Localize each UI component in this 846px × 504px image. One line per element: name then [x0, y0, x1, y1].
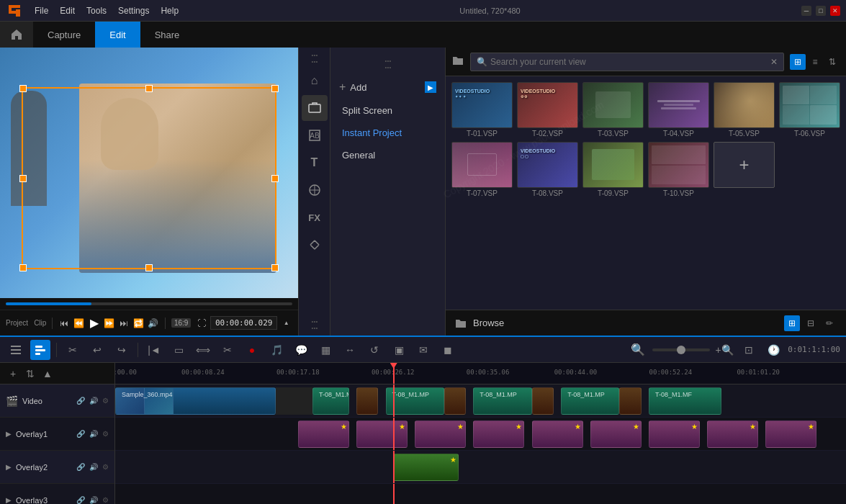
- tl-stop-motion-button[interactable]: ◼: [438, 340, 458, 360]
- minimize-button[interactable]: ─: [801, 6, 811, 16]
- template-item-t01[interactable]: VIDEOSTUDIO✦ ✦ ✦ T-01.VSP: [451, 82, 513, 138]
- tl-ripple-button[interactable]: ↺: [364, 340, 384, 360]
- overlay1-clip-7[interactable]: ★: [649, 420, 700, 448]
- menu-file[interactable]: File: [29, 3, 54, 19]
- tl-tracks-button[interactable]: [6, 340, 26, 360]
- overlay1-clip-8[interactable]: ★: [707, 420, 758, 448]
- menu-split-screen[interactable]: Split Screen: [330, 99, 445, 122]
- tool-home[interactable]: ⌂: [302, 68, 328, 94]
- add-template-button[interactable]: +: [714, 142, 775, 188]
- search-input[interactable]: [490, 57, 770, 67]
- menu-tools[interactable]: Tools: [81, 3, 112, 19]
- overlay1-clip-4[interactable]: ★: [473, 420, 524, 448]
- frame-handle-bm[interactable]: [145, 264, 153, 271]
- list-view-button[interactable]: ≡: [807, 54, 823, 70]
- overlay3-volume-icon[interactable]: 🔊: [89, 496, 98, 504]
- frame-handle-tl[interactable]: [19, 85, 27, 92]
- volume-button[interactable]: 🔊: [148, 315, 160, 331]
- zoom-track[interactable]: [652, 348, 710, 351]
- template-item-t05[interactable]: T-05.VSP: [714, 82, 775, 138]
- template-item-t09[interactable]: T-09.VSP: [582, 142, 644, 197]
- overlay3-lock-icon[interactable]: ⚙: [102, 496, 109, 504]
- menu-general[interactable]: General: [330, 144, 445, 166]
- frame-handle-tm[interactable]: [145, 85, 153, 92]
- frame-handle-tr[interactable]: [271, 85, 279, 92]
- browse-grid-button[interactable]: ⊞: [784, 315, 800, 331]
- timecode-up-button[interactable]: ▲: [280, 315, 292, 331]
- search-input-wrap[interactable]: 🔍 ✕: [470, 53, 784, 71]
- menu-help[interactable]: Help: [155, 3, 184, 19]
- tl-subtitle-button[interactable]: 💬: [291, 340, 311, 360]
- video-link-icon[interactable]: 🔗: [76, 397, 85, 405]
- clip-orange-3[interactable]: [532, 387, 554, 415]
- home-tab[interactable]: [0, 22, 33, 48]
- loop-button[interactable]: 🔁: [132, 315, 145, 331]
- tl-zoom-out-button[interactable]: 🔍: [628, 340, 648, 360]
- tool-effects[interactable]: [302, 177, 328, 203]
- tl-split-button[interactable]: ✂: [63, 340, 83, 360]
- template-item-t03[interactable]: T-03.VSP: [582, 82, 644, 138]
- clip-orange-2[interactable]: [444, 387, 466, 415]
- overlay3-link-icon[interactable]: 🔗: [76, 496, 85, 504]
- browse-list-button[interactable]: ⊟: [803, 315, 819, 331]
- prev-frame-button[interactable]: ⏪: [73, 315, 86, 331]
- template-add-new[interactable]: +: [714, 142, 775, 197]
- menu-edit[interactable]: Edit: [54, 3, 81, 19]
- template-item-t07[interactable]: T-07.VSP: [451, 142, 513, 197]
- frame-handle-mr[interactable]: [271, 175, 279, 182]
- clip-t08-5[interactable]: T-08_M1.MF: [649, 387, 722, 415]
- overlay1-clip-3[interactable]: ★: [415, 420, 466, 448]
- tl-sort-tracks-button[interactable]: ⇅: [23, 366, 37, 381]
- template-item-t02[interactable]: VIDEOSTUDIO⚙ ⚙ T-02.VSP: [517, 82, 578, 138]
- tl-clip-button[interactable]: ▭: [168, 340, 189, 360]
- tl-undo-button[interactable]: ↩: [87, 340, 107, 360]
- overlay2-link-icon[interactable]: 🔗: [76, 463, 85, 471]
- video-volume-icon[interactable]: 🔊: [89, 397, 98, 405]
- template-item-t08[interactable]: VIDEOSTUDIO▢ ▢ T-08.VSP: [517, 142, 578, 197]
- menu-instant-project[interactable]: Instant Project: [330, 122, 445, 144]
- tab-capture[interactable]: Capture: [33, 22, 95, 48]
- scrubber[interactable]: [0, 298, 298, 310]
- menu-settings[interactable]: Settings: [112, 3, 155, 19]
- tl-audio-button[interactable]: 🎵: [266, 340, 287, 360]
- clip-t08-4[interactable]: T-08_M1.MP: [561, 387, 619, 415]
- overlay1-clip-2[interactable]: ★: [356, 420, 408, 448]
- frame-handle-bl[interactable]: [19, 264, 27, 271]
- template-item-t04[interactable]: T-04.VSP: [648, 82, 709, 138]
- overlay1-clip-6[interactable]: ★: [590, 420, 642, 448]
- preview-canvas[interactable]: [0, 48, 298, 298]
- zoom-thumb[interactable]: [677, 346, 685, 354]
- tl-email-button[interactable]: ✉: [413, 340, 433, 360]
- overlay1-clip-1[interactable]: ★: [298, 420, 349, 448]
- overlay2-lock-icon[interactable]: ⚙: [102, 463, 109, 471]
- aspect-ratio-button[interactable]: 16:9: [171, 318, 191, 328]
- clip-orange-4[interactable]: [619, 387, 641, 415]
- fullscreen-button[interactable]: ⛶: [195, 315, 207, 331]
- overlay1-clip-9[interactable]: ★: [765, 420, 816, 448]
- next-frame-button[interactable]: ⏩: [103, 315, 115, 331]
- search-clear-button[interactable]: ✕: [770, 57, 778, 67]
- tl-stretch2-button[interactable]: ↔: [340, 340, 360, 360]
- template-item-t10[interactable]: T-10.VSP: [648, 142, 709, 197]
- tl-record-button[interactable]: ●: [242, 340, 262, 360]
- browse-edit-button[interactable]: ✏: [822, 315, 837, 331]
- overlay2-clip-1[interactable]: ★: [393, 454, 459, 481]
- clip-t08-2[interactable]: T-08_M1.MP: [386, 387, 444, 415]
- sort-button[interactable]: ⇅: [824, 54, 840, 70]
- tab-edit[interactable]: Edit: [95, 22, 140, 48]
- clip-sample360[interactable]: Sample_360.mp4: [115, 387, 276, 415]
- tl-redo-button[interactable]: ↪: [112, 340, 132, 360]
- folder-button[interactable]: [451, 54, 464, 70]
- clip-t08-1[interactable]: T-08_M1.MF: [312, 387, 349, 415]
- clip-orange-1[interactable]: [356, 387, 378, 415]
- overlay1-clip-5[interactable]: ★: [532, 420, 583, 448]
- tl-multicam-button[interactable]: ▦: [315, 340, 336, 360]
- tl-zoom-in-button[interactable]: +🔍: [714, 340, 734, 360]
- tl-clock-button[interactable]: 🕐: [763, 340, 783, 360]
- overlay1-volume-icon[interactable]: 🔊: [89, 430, 98, 438]
- add-button[interactable]: + Add ▶: [330, 75, 445, 99]
- overlay1-lock-icon[interactable]: ⚙: [102, 430, 109, 438]
- tl-nested-button[interactable]: ▣: [389, 340, 409, 360]
- overlay1-link-icon[interactable]: 🔗: [76, 430, 85, 438]
- tool-fx[interactable]: FX: [302, 204, 328, 230]
